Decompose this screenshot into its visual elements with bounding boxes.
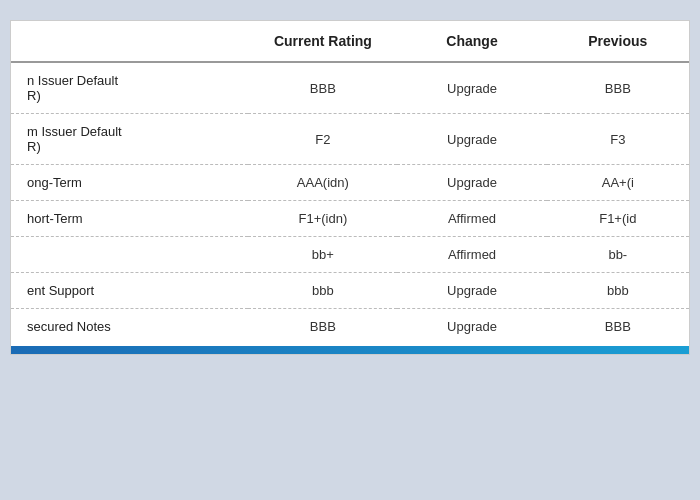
- cell-previous: bb-: [547, 237, 689, 273]
- cell-previous: F3: [547, 114, 689, 165]
- cell-current-rating: BBB: [248, 309, 397, 345]
- ratings-table-container: Current Rating Change Previous n Issuer …: [10, 20, 690, 355]
- col-header-label: [11, 21, 248, 62]
- cell-current-rating: bbb: [248, 273, 397, 309]
- ratings-table: Current Rating Change Previous n Issuer …: [11, 21, 689, 344]
- table-row: ent SupportbbbUpgradebbb: [11, 273, 689, 309]
- cell-current-rating: F1+(idn): [248, 201, 397, 237]
- cell-label: secured Notes: [11, 309, 248, 345]
- cell-label: ent Support: [11, 273, 248, 309]
- table-row: hort-TermF1+(idn)AffirmedF1+(id: [11, 201, 689, 237]
- cell-label: n Issuer Default R): [11, 62, 248, 114]
- cell-current-rating: F2: [248, 114, 397, 165]
- col-header-change: Change: [397, 21, 546, 62]
- cell-label: m Issuer Default R): [11, 114, 248, 165]
- cell-label: [11, 237, 248, 273]
- cell-label: ong-Term: [11, 165, 248, 201]
- table-row: bb+Affirmedbb-: [11, 237, 689, 273]
- cell-previous: AA+(i: [547, 165, 689, 201]
- cell-change: Upgrade: [397, 62, 546, 114]
- bottom-bar: [11, 346, 689, 354]
- table-row: secured NotesBBBUpgradeBBB: [11, 309, 689, 345]
- table-row: n Issuer Default R)BBBUpgradeBBB: [11, 62, 689, 114]
- cell-previous: BBB: [547, 309, 689, 345]
- cell-current-rating: bb+: [248, 237, 397, 273]
- cell-previous: BBB: [547, 62, 689, 114]
- cell-change: Upgrade: [397, 273, 546, 309]
- cell-change: Upgrade: [397, 165, 546, 201]
- cell-change: Affirmed: [397, 201, 546, 237]
- cell-change: Upgrade: [397, 114, 546, 165]
- cell-previous: bbb: [547, 273, 689, 309]
- cell-change: Upgrade: [397, 309, 546, 345]
- col-header-previous: Previous: [547, 21, 689, 62]
- table-header-row: Current Rating Change Previous: [11, 21, 689, 62]
- table-row: m Issuer Default R)F2UpgradeF3: [11, 114, 689, 165]
- cell-previous: F1+(id: [547, 201, 689, 237]
- cell-label: hort-Term: [11, 201, 248, 237]
- table-body: n Issuer Default R)BBBUpgradeBBBm Issuer…: [11, 62, 689, 344]
- table-row: ong-TermAAA(idn)UpgradeAA+(i: [11, 165, 689, 201]
- col-header-current-rating: Current Rating: [248, 21, 397, 62]
- cell-current-rating: BBB: [248, 62, 397, 114]
- cell-current-rating: AAA(idn): [248, 165, 397, 201]
- cell-change: Affirmed: [397, 237, 546, 273]
